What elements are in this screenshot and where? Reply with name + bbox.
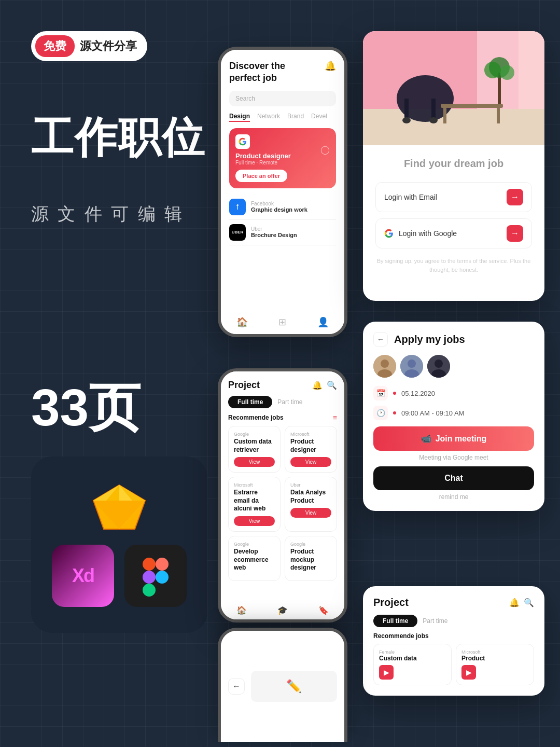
filter-icon[interactable]: ≡ <box>333 413 337 422</box>
svg-point-31 <box>408 359 416 368</box>
applicant-avatars <box>373 355 534 378</box>
svg-point-18 <box>429 117 438 123</box>
clock-icon: 🕐 <box>373 406 388 420</box>
place-offer-btn[interactable]: Place an offer <box>235 170 287 182</box>
svg-rect-9 <box>143 584 156 597</box>
grid-icon[interactable]: ⊞ <box>278 316 286 328</box>
facebook-logo: f <box>229 199 246 215</box>
phone-mockup-1: Discover theperfect job 🔔 Search Design … <box>218 47 347 337</box>
p3-back-btn[interactable]: ← <box>228 678 245 695</box>
cp-job-1: Female Custom data ▶ <box>373 644 452 685</box>
svg-point-28 <box>381 359 389 368</box>
calendar-icon: 📅 <box>373 386 388 400</box>
badge-share: 源文件分享 <box>80 38 137 54</box>
p3-content: ✏️ <box>245 671 337 702</box>
view-btn-4[interactable]: View <box>290 508 331 518</box>
cp-jobs-grid: Female Custom data ▶ Microsoft Product ▶ <box>373 644 534 685</box>
svg-rect-15 <box>404 99 409 119</box>
tab-brand[interactable]: Brand <box>287 113 304 122</box>
login-email-btn[interactable]: Login with Email → <box>375 182 532 212</box>
hero-subtitle: 源 文 件 可 编 辑 <box>31 202 184 226</box>
phone-mockup-3: ← ✏️ <box>218 628 347 742</box>
phone1-nav: 🏠 ⊞ 👤 <box>221 316 344 328</box>
home-icon[interactable]: 🏠 <box>236 316 248 328</box>
cp-parttime-tab[interactable]: Part time <box>423 615 447 627</box>
tab-devel[interactable]: Devel <box>311 113 327 122</box>
date-dot <box>393 392 396 395</box>
hat-nav-icon[interactable]: 🎓 <box>277 605 288 615</box>
p2-action-icons: 🔔 🔍 <box>312 380 337 390</box>
hero-title: 工作职位 <box>31 114 205 161</box>
dream-job-image <box>363 31 544 145</box>
avatar-2 <box>400 355 423 378</box>
svg-point-10 <box>156 571 169 584</box>
list-item-facebook: f Facebook Graphic design work <box>229 195 336 220</box>
dream-title: Find your dream job <box>375 158 532 170</box>
svg-point-25 <box>484 62 501 78</box>
login-google-btn[interactable]: Login with Google → <box>375 218 532 248</box>
figma-icon <box>124 545 187 607</box>
job-card-4: Uber Data Analys Product View <box>285 477 337 532</box>
job-card-2: Microsoft Product designer View <box>285 426 337 473</box>
pages-count: 33页 <box>31 374 141 444</box>
video-icon: 📹 <box>421 434 431 444</box>
tab-network[interactable]: Network <box>257 113 280 122</box>
cp-toggle: Full time Part time <box>373 615 534 627</box>
p1-search[interactable]: Search <box>229 91 336 106</box>
svg-rect-6 <box>143 558 156 571</box>
job-title: Product designer <box>235 152 291 160</box>
bookmark-nav-icon[interactable]: 🔖 <box>318 605 329 615</box>
apply-jobs-card: ← Apply my jobs 📅 <box>363 322 544 511</box>
dream-bottom-text: By signing up, you agree to the terms of… <box>375 257 532 274</box>
p1-tabs: Design Network Brand Devel <box>229 113 336 122</box>
project-card-2: Project 🔔 🔍 Full time Part time Recommen… <box>363 586 544 696</box>
p2-title: Project <box>228 380 260 391</box>
login-email-arrow: → <box>507 189 523 205</box>
view-btn-2[interactable]: View <box>290 457 331 467</box>
job-type: Full time · Remote <box>235 160 291 165</box>
cp-fulltime-tab[interactable]: Full time <box>373 615 417 627</box>
login-google-arrow: → <box>507 225 523 242</box>
p1-bell-icon: 🔔 <box>325 60 336 72</box>
home-nav-icon[interactable]: 🏠 <box>236 605 247 615</box>
svg-rect-21 <box>497 108 500 123</box>
svg-rect-13 <box>363 109 544 145</box>
join-meeting-btn[interactable]: 📹 Join meeting <box>373 426 534 451</box>
view-btn-3[interactable]: View <box>234 516 275 526</box>
jobs-grid: Google Custom data retriever View Micros… <box>228 426 337 581</box>
cp-job-icon-1: ▶ <box>379 665 394 680</box>
cp-title: Project <box>373 597 409 608</box>
svg-point-24 <box>500 65 514 80</box>
badge-free: 免费 <box>35 35 75 57</box>
parttime-tab[interactable]: Part time <box>277 396 302 408</box>
cp-bell-icon[interactable]: 🔔 <box>509 598 520 607</box>
cp-search-icon[interactable]: 🔍 <box>524 598 534 607</box>
login-google-label: Login with Google <box>399 229 457 238</box>
tab-design[interactable]: Design <box>229 113 250 122</box>
svg-point-17 <box>402 117 411 123</box>
list-item-uber: UBER Uber Brochure Design <box>229 220 336 245</box>
sketch-icon <box>88 482 150 534</box>
svg-rect-20 <box>443 108 446 123</box>
fb-job: Graphic design work <box>251 206 307 213</box>
meeting-note: Meeting via Google meet <box>373 454 534 461</box>
p2-bell-icon[interactable]: 🔔 <box>312 380 323 390</box>
svg-rect-7 <box>156 558 169 571</box>
fb-company: Facebook <box>251 201 307 206</box>
chat-button[interactable]: Chat <box>373 466 534 490</box>
google-logo <box>235 134 250 149</box>
avatar-3 <box>427 355 450 378</box>
user-icon[interactable]: 👤 <box>317 316 329 328</box>
p2-search-icon[interactable]: 🔍 <box>327 380 337 390</box>
xd-icon: Xd <box>52 545 114 607</box>
job-card-6: Google Product mockup designer <box>285 536 337 581</box>
phone-mockup-2: Project 🔔 🔍 Full time Part time Recommen… <box>218 368 347 622</box>
remind-label: remind me <box>373 493 534 501</box>
view-btn-1[interactable]: View <box>234 457 275 467</box>
featured-job-card: Product designer Full time · Remote ◯ Pl… <box>229 128 336 188</box>
fulltime-tab[interactable]: Full time <box>228 396 272 408</box>
back-button[interactable]: ← <box>373 332 388 347</box>
cp-job-icon-2: ▶ <box>461 665 476 680</box>
uber-job: Brochure Design <box>251 232 297 238</box>
join-btn-label: Join meeting <box>436 434 487 444</box>
